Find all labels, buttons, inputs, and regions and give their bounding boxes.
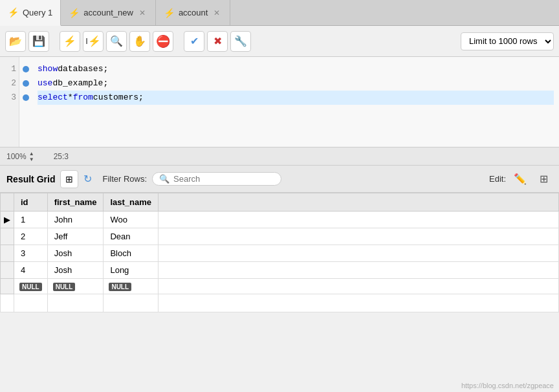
watermark: https://blog.csdn.net/zgpeace xyxy=(461,382,554,389)
tab-account-new-label: account_new xyxy=(83,8,133,17)
kw-use: use xyxy=(38,76,52,91)
line-num-3: 3 xyxy=(3,91,16,105)
cell-last-name: Bloch xyxy=(104,245,159,262)
kw-databases: databases; xyxy=(58,62,108,76)
cell-first-name: Josh xyxy=(47,245,104,262)
row-indicator xyxy=(1,245,14,262)
filter-rows-label: Filter Rows: xyxy=(102,174,147,184)
table-row-null[interactable]: NULLNULLNULL xyxy=(1,279,559,294)
cell-last-name: Woo xyxy=(104,212,159,228)
execute-current-button[interactable]: I⚡ xyxy=(83,31,104,52)
code-db: db_example; xyxy=(52,76,108,91)
empty-cell-0 xyxy=(1,294,14,312)
check-button[interactable]: ✔ xyxy=(184,31,204,52)
null-cell-1: NULL xyxy=(47,279,104,294)
tab-bar: ⚡ Query 1 ⚡ account_new ✕ ⚡ account ✕ xyxy=(0,0,559,26)
zoom-arrows[interactable]: ▲ ▼ xyxy=(29,151,34,162)
cell-id: 1 xyxy=(14,212,48,228)
table-container: id first_name last_name ▶1JohnWoo2JeffDe… xyxy=(0,193,559,392)
col-header-last-name: last_name xyxy=(104,193,159,212)
cell-first-name: Jeff xyxy=(47,228,104,245)
table-row[interactable]: ▶1JohnWoo xyxy=(1,212,559,228)
close-account-new-button[interactable]: ✕ xyxy=(137,8,148,18)
search-input[interactable] xyxy=(173,174,264,184)
lightning-icon-3: ⚡ xyxy=(164,8,175,18)
code-line-1: show databases; xyxy=(38,62,554,76)
editor-area: 1 2 3 show databases; use db_example; se… xyxy=(0,57,559,147)
row-indicator-header xyxy=(1,193,14,212)
edit-grid-button[interactable]: ⊞ xyxy=(534,170,553,188)
result-toolbar: Result Grid ⊞ ↻ Filter Rows: 🔍 Edit: ✏️ … xyxy=(0,166,559,193)
line-numbers: 1 2 3 xyxy=(0,57,19,147)
line-dot-2 xyxy=(23,80,29,87)
execute-button[interactable]: ⚡ xyxy=(60,31,80,52)
table-row[interactable]: 2JeffDean xyxy=(1,228,559,245)
cell-id: 2 xyxy=(14,228,48,245)
row-indicator: ▶ xyxy=(1,212,14,228)
cell-empty xyxy=(159,245,559,262)
col-header-id: id xyxy=(14,193,48,212)
code-star: * xyxy=(68,91,73,105)
table-row[interactable]: 4JoshLong xyxy=(1,262,559,279)
zoom-level: 100% xyxy=(6,152,27,161)
cell-id: 4 xyxy=(14,262,48,279)
cell-empty xyxy=(159,262,559,279)
edit-pencil-button[interactable]: ✏️ xyxy=(511,170,529,188)
line-num-2: 2 xyxy=(3,76,16,91)
open-button[interactable]: 📂 xyxy=(5,31,26,52)
empty-cell-3 xyxy=(104,294,159,312)
explain-button[interactable]: 🔍 xyxy=(106,31,127,52)
empty-cell-2 xyxy=(47,294,104,312)
edit-label: Edit: xyxy=(489,174,506,184)
line-dot-3 xyxy=(23,94,29,101)
tab-query1-label: Query 1 xyxy=(23,8,52,17)
cell-last-name: Dean xyxy=(104,228,159,245)
null-badge: NULL xyxy=(53,283,76,291)
empty-cell-1 xyxy=(14,294,48,312)
col-header-empty xyxy=(159,193,559,212)
result-grid-label: Result Grid xyxy=(6,174,55,184)
cell-first-name: Josh xyxy=(47,262,104,279)
search-box: 🔍 xyxy=(152,172,281,186)
cell-empty xyxy=(159,212,559,228)
save-button[interactable]: 💾 xyxy=(28,31,49,52)
lightning-icon-2: ⚡ xyxy=(69,8,80,18)
cell-first-name: John xyxy=(47,212,104,228)
grid-view-button[interactable]: ⊞ xyxy=(60,170,78,188)
error-button[interactable]: ⛔ xyxy=(153,31,173,52)
kw-show: show xyxy=(38,62,58,76)
null-badge: NULL xyxy=(109,283,131,291)
tab-query1[interactable]: ⚡ Query 1 xyxy=(0,0,61,26)
null-row-indicator xyxy=(1,279,14,294)
search-icon: 🔍 xyxy=(159,174,170,184)
null-cell-0: NULL xyxy=(14,279,48,294)
tab-account-new[interactable]: ⚡ account_new ✕ xyxy=(61,0,156,25)
data-table: id first_name last_name ▶1JohnWoo2JeffDe… xyxy=(0,193,559,312)
cancel-button[interactable]: ✖ xyxy=(207,31,228,52)
refresh-button[interactable]: ↻ xyxy=(83,173,92,185)
close-account-button[interactable]: ✕ xyxy=(212,8,222,18)
table-row[interactable]: 3JoshBloch xyxy=(1,245,559,262)
null-badge: NULL xyxy=(19,283,42,291)
format-button[interactable]: 🔧 xyxy=(230,31,251,52)
tab-account[interactable]: ⚡ account ✕ xyxy=(156,0,231,25)
code-line-3: select * from customers; xyxy=(38,91,554,105)
code-line-2: use db_example; xyxy=(38,76,554,91)
line-num-1: 1 xyxy=(3,62,16,76)
limit-select[interactable]: Limit to 1000 rows xyxy=(461,32,554,50)
col-header-first-name: first_name xyxy=(47,193,104,212)
lightning-icon: ⚡ xyxy=(8,7,19,17)
toolbar: 📂 💾 ⚡ I⚡ 🔍 ✋ ⛔ ✔ ✖ 🔧 Limit to 1000 rows xyxy=(0,26,559,57)
row-indicator xyxy=(1,228,14,245)
table-header-row: id first_name last_name xyxy=(1,193,559,212)
cell-last-name: Long xyxy=(104,262,159,279)
line-dots xyxy=(19,57,32,147)
code-table: customers; xyxy=(93,91,144,105)
kw-select: select xyxy=(38,91,68,105)
code-editor[interactable]: show databases; use db_example; select *… xyxy=(32,57,559,147)
tab-account-label: account xyxy=(179,8,208,17)
row-indicator xyxy=(1,262,14,279)
zoom-control: 100% ▲ ▼ xyxy=(6,151,34,162)
null-empty xyxy=(159,279,559,294)
stop-button[interactable]: ✋ xyxy=(129,31,150,52)
